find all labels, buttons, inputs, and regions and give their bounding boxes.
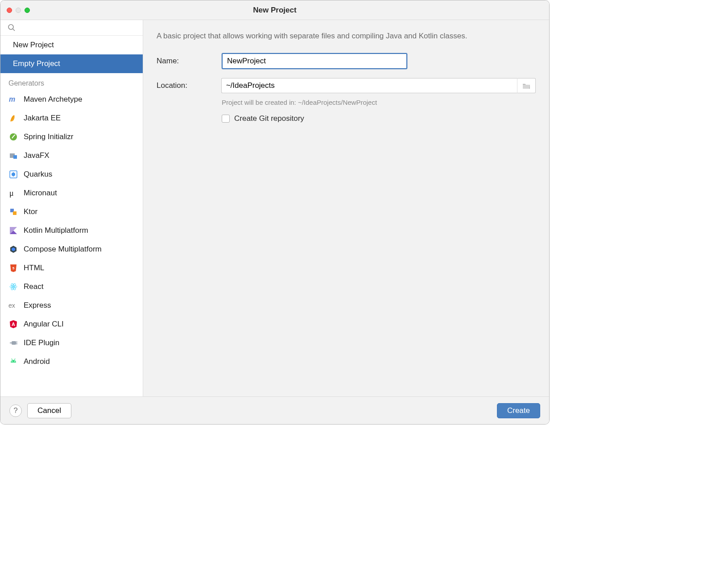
svg-point-29 [14, 361, 15, 362]
sidebar-generator-javafx[interactable]: JavaFX [0, 146, 143, 165]
main-panel: A basic project that allows working with… [143, 20, 549, 396]
svg-point-0 [8, 25, 13, 29]
sidebar-item-label: Quarkus [24, 170, 52, 179]
sidebar-generator-angular-cli[interactable]: AAngular CLI [0, 315, 143, 334]
help-button[interactable]: ? [9, 404, 22, 417]
location-label: Location: [157, 81, 221, 90]
angular-icon: A [8, 319, 18, 329]
sidebar-item-label: Maven Archetype [24, 95, 82, 104]
sidebar-item-new-project[interactable]: New Project [0, 36, 143, 54]
sidebar-generator-quarkus[interactable]: Quarkus [0, 165, 143, 184]
project-description: A basic project that allows working with… [157, 32, 536, 41]
sidebar-generator-kotlin-multiplatform[interactable]: Kotlin Multiplatform [0, 221, 143, 240]
folder-icon [522, 82, 530, 89]
maven-icon: m [8, 95, 18, 104]
react-icon [8, 282, 18, 292]
ktor-icon [8, 207, 18, 217]
sidebar-item-label: Empty Project [13, 59, 60, 68]
spring-icon [8, 132, 18, 142]
svg-line-30 [12, 359, 12, 360]
sidebar-generator-react[interactable]: React [0, 277, 143, 296]
sidebar-item-label: Kotlin Multiplatform [24, 226, 88, 235]
titlebar: New Project [0, 0, 549, 20]
sidebar-item-label: JavaFX [24, 151, 50, 160]
svg-text:ex: ex [8, 302, 15, 309]
svg-line-1 [13, 29, 15, 31]
svg-text:A: A [12, 322, 15, 327]
sidebar-item-label: Micronaut [24, 189, 57, 198]
kotlin-icon [8, 226, 18, 235]
sidebar-item-label: Angular CLI [24, 320, 64, 329]
git-checkbox-label: Create Git repository [234, 114, 304, 123]
search-row[interactable] [0, 20, 143, 36]
minimize-window-button[interactable] [16, 8, 21, 13]
footer: ? Cancel Create [0, 396, 549, 424]
sidebar-item-empty-project[interactable]: Empty Project [0, 54, 143, 73]
close-window-button[interactable] [7, 8, 12, 13]
git-checkbox[interactable] [222, 115, 230, 123]
svg-point-28 [12, 361, 12, 362]
sidebar-item-label: IDE Plugin [24, 338, 59, 347]
cancel-button[interactable]: Cancel [27, 403, 71, 418]
html-icon: 5 [8, 263, 18, 273]
name-input[interactable] [222, 53, 407, 69]
svg-rect-27 [10, 342, 12, 343]
name-row: Name: [157, 53, 536, 69]
svg-marker-10 [13, 211, 17, 215]
browse-location-button[interactable] [517, 78, 536, 93]
sidebar-item-label: New Project [13, 41, 54, 50]
sidebar-item-label: Express [24, 301, 51, 310]
zoom-window-button[interactable] [25, 8, 30, 13]
sidebar-generator-compose-multiplatform[interactable]: Compose Multiplatform [0, 240, 143, 259]
svg-text:μ: μ [9, 189, 14, 198]
sidebar-item-label: Ktor [24, 207, 37, 216]
plug-icon [8, 338, 18, 348]
sidebar-generator-html[interactable]: 5HTML [0, 259, 143, 277]
express-icon: ex [8, 301, 18, 310]
sidebar-generator-micronaut[interactable]: μMicronaut [0, 184, 143, 202]
location-input[interactable] [221, 78, 517, 93]
android-icon [8, 357, 18, 367]
sidebar-item-label: Android [24, 357, 50, 366]
sidebar-generator-android[interactable]: Android [0, 352, 143, 371]
micronaut-icon: μ [8, 188, 18, 198]
sidebar-generator-jakarta-ee[interactable]: Jakarta EE [0, 109, 143, 128]
svg-rect-5 [13, 155, 17, 159]
search-icon [7, 23, 17, 33]
generators-section-label: Generators [0, 73, 143, 90]
sidebar-generator-spring-initializr[interactable]: Spring Initializr [0, 128, 143, 146]
javafx-icon [8, 151, 18, 161]
create-button[interactable]: Create [497, 403, 540, 418]
window-controls [0, 8, 30, 13]
sidebar-item-label: HTML [24, 264, 44, 272]
help-icon: ? [13, 406, 17, 415]
sidebar-generator-ide-plugin[interactable]: IDE Plugin [0, 334, 143, 352]
sidebar-generator-express[interactable]: exExpress [0, 296, 143, 315]
location-hint: Project will be created in: ~/IdeaProjec… [222, 99, 536, 106]
jakarta-icon [8, 113, 18, 123]
quarkus-icon [8, 169, 18, 179]
sidebar-item-label: React [24, 282, 43, 291]
sidebar: New ProjectEmpty ProjectGeneratorsmMaven… [0, 20, 143, 396]
svg-point-20 [13, 286, 14, 288]
svg-rect-26 [16, 343, 17, 344]
name-label: Name: [157, 57, 222, 66]
svg-rect-24 [12, 341, 16, 345]
sidebar-item-label: Jakarta EE [24, 114, 61, 123]
location-row: Location: [157, 78, 536, 93]
svg-line-31 [15, 359, 16, 360]
git-checkbox-row[interactable]: Create Git repository [222, 114, 536, 123]
dialog-body: New ProjectEmpty ProjectGeneratorsmMaven… [0, 20, 549, 396]
sidebar-item-label: Compose Multiplatform [24, 245, 102, 254]
svg-text:m: m [9, 95, 15, 103]
sidebar-generator-ktor[interactable]: Ktor [0, 202, 143, 221]
svg-rect-25 [16, 342, 17, 342]
compose-icon [8, 244, 18, 254]
window-title: New Project [0, 6, 549, 15]
sidebar-generator-maven-archetype[interactable]: mMaven Archetype [0, 90, 143, 109]
sidebar-item-label: Spring Initializr [24, 132, 74, 141]
sidebar-list: New ProjectEmpty ProjectGeneratorsmMaven… [0, 36, 143, 396]
svg-text:5: 5 [12, 266, 15, 270]
location-input-group [221, 78, 536, 93]
